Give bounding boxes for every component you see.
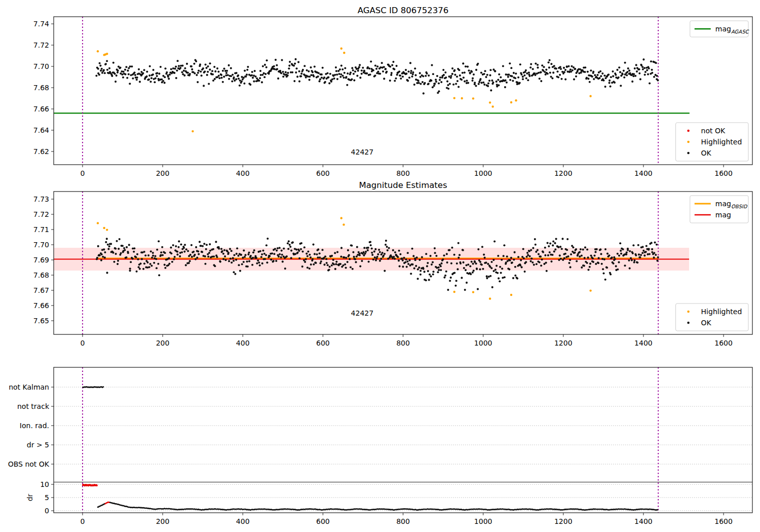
ok-point [542, 251, 544, 253]
ok-point [563, 257, 565, 259]
x-tick-label: 400 [236, 517, 250, 525]
legend-swatch-dot [687, 152, 690, 155]
x-tick-label: 600 [316, 517, 330, 525]
ok-point [344, 263, 346, 265]
ok-point [181, 65, 183, 67]
ok-point [557, 76, 559, 78]
ok-point [124, 249, 126, 251]
ok-point [316, 253, 318, 255]
ok-point [475, 69, 477, 71]
ok-point [604, 248, 606, 250]
y-tick-label: 7.66 [33, 105, 49, 113]
ok-point [552, 71, 554, 73]
ok-point [341, 68, 344, 70]
ok-point [379, 72, 381, 74]
ok-point [645, 251, 647, 253]
ok-point [579, 251, 581, 253]
ok-point [508, 269, 510, 271]
ok-point [471, 261, 473, 263]
ok-point [136, 271, 138, 273]
dr-tick-label: 0 [45, 507, 49, 515]
ok-point [200, 70, 202, 72]
ok-point [126, 77, 128, 79]
ok-point [522, 248, 524, 250]
ok-point [325, 258, 327, 260]
ok-point [227, 74, 229, 76]
ok-point [233, 77, 235, 79]
ok-point [115, 253, 117, 255]
ok-point [500, 272, 502, 274]
ok-point [236, 253, 238, 255]
ok-point [601, 263, 603, 265]
ok-point [508, 73, 510, 75]
ok-point [126, 246, 128, 248]
ok-point [644, 71, 647, 73]
ok-point [308, 70, 310, 72]
ok-point [264, 73, 267, 75]
ok-point [267, 238, 269, 240]
ok-point [455, 280, 458, 282]
highlighted-point [589, 289, 591, 291]
ok-point [575, 248, 577, 250]
ok-point [136, 79, 138, 81]
ok-point [649, 253, 651, 255]
x-tick-label: 0 [80, 517, 85, 525]
ok-point [348, 254, 350, 256]
ok-point [157, 263, 159, 265]
ok-point [321, 73, 323, 75]
ok-point [344, 72, 346, 74]
ok-point [340, 73, 342, 75]
ok-point [100, 69, 102, 71]
ok-point [370, 244, 372, 246]
ok-point [133, 251, 135, 253]
ok-point [467, 82, 469, 84]
ok-point [281, 59, 283, 61]
ok-point [639, 256, 641, 258]
ok-point [245, 75, 247, 78]
ok-point [544, 254, 546, 256]
ok-point [149, 81, 151, 83]
ok-point [241, 263, 243, 265]
ok-point [271, 252, 273, 254]
ok-point [195, 60, 197, 62]
axes-frame [54, 367, 752, 513]
ok-point [492, 270, 495, 272]
ok-point [203, 85, 205, 87]
ok-point [440, 262, 442, 264]
ok-point [274, 68, 276, 70]
ok-point [507, 76, 509, 78]
y-tick-label: 7.68 [33, 271, 49, 279]
ok-point [127, 69, 129, 71]
ok-point [456, 75, 458, 78]
ok-point [527, 254, 529, 256]
ok-point [266, 261, 268, 263]
flag-points [82, 386, 104, 388]
ok-point [538, 72, 540, 74]
ok-point [594, 251, 596, 253]
highlighted-point [461, 97, 463, 99]
ok-point [186, 63, 188, 65]
dr-axis-label: dr [26, 493, 34, 501]
ok-point [656, 75, 658, 77]
ok-point [407, 263, 409, 265]
ok-point [626, 74, 628, 76]
ok-point [105, 241, 107, 243]
ok-point [458, 257, 460, 259]
ok-point [112, 252, 114, 254]
ok-point [546, 270, 548, 272]
ok-point [281, 250, 283, 252]
ok-point [227, 252, 230, 254]
ok-point [173, 258, 175, 260]
ok-point [350, 266, 352, 268]
ok-point [191, 68, 193, 70]
ok-point [354, 70, 356, 72]
ok-point [496, 265, 498, 267]
ok-point [408, 77, 410, 79]
ok-point [655, 62, 657, 64]
ok-point [445, 271, 447, 273]
x-tick-label: 1400 [634, 169, 653, 177]
ok-point [233, 260, 235, 262]
ok-point [341, 74, 344, 77]
ok-point [172, 244, 174, 246]
ok-point [214, 78, 216, 80]
